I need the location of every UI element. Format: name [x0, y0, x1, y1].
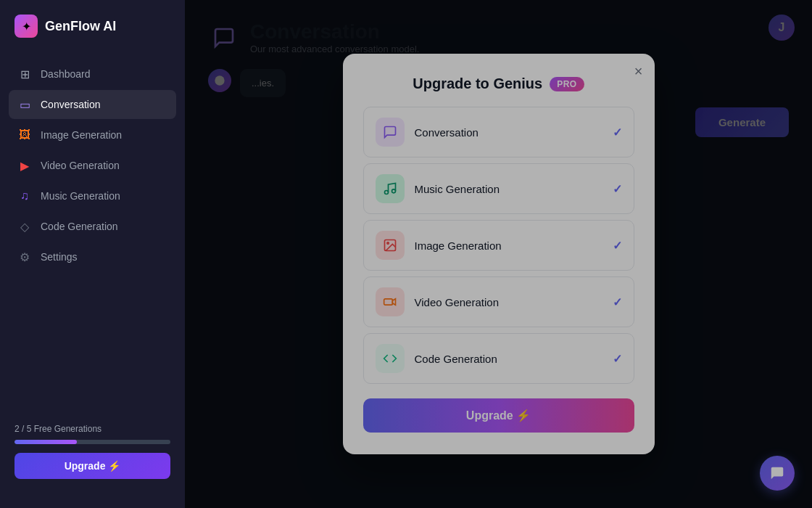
svg-point-1	[384, 191, 388, 194]
feature-check-video: ✓	[613, 295, 622, 309]
sidebar-item-label: Music Generation	[41, 190, 120, 202]
feature-icon-code	[376, 344, 405, 373]
sidebar-item-music-generation[interactable]: ♫ Music Generation	[9, 181, 176, 210]
feature-icon-conversation	[376, 118, 405, 147]
svg-point-4	[386, 242, 389, 245]
free-gen-label: 2 / 5 Free Generations	[14, 424, 170, 434]
feature-item-music-generation: Music Generation ✓	[363, 163, 634, 214]
sidebar-item-conversation[interactable]: ▭ Conversation	[9, 90, 176, 119]
image-gen-icon: 🖼	[17, 128, 32, 142]
sidebar-item-label: Dashboard	[41, 68, 91, 80]
feature-icon-image	[376, 231, 405, 260]
pro-badge: PRO	[550, 77, 584, 91]
sidebar-item-label: Code Generation	[41, 221, 118, 232]
feature-name-code-generation: Code Generation	[415, 353, 602, 365]
dashboard-icon: ⊞	[17, 67, 32, 81]
feature-check-image: ✓	[613, 239, 622, 253]
feature-name-image-generation: Image Generation	[415, 239, 602, 252]
feature-name-conversation: Conversation	[415, 126, 602, 139]
modal-title-text: Upgrade to Genius	[413, 75, 542, 92]
sidebar-item-dashboard[interactable]: ⊞ Dashboard	[9, 60, 176, 89]
feature-check-music: ✓	[613, 182, 622, 196]
feature-item-video-generation: Video Generation ✓	[363, 276, 634, 327]
modal-title: Upgrade to Genius PRO	[363, 75, 634, 92]
music-gen-icon: ♫	[17, 189, 32, 203]
feature-icon-video	[376, 287, 405, 316]
settings-icon: ⚙	[17, 250, 32, 264]
sidebar-nav: ⊞ Dashboard ▭ Conversation 🖼 Image Gener…	[0, 60, 185, 415]
code-gen-icon: ◇	[17, 219, 32, 234]
sidebar-upgrade-button[interactable]: Upgrade ⚡	[14, 453, 170, 479]
video-gen-icon: ▶	[17, 158, 32, 173]
feature-item-code-generation: Code Generation ✓	[363, 333, 634, 384]
feature-item-conversation: Conversation ✓	[363, 107, 634, 157]
chat-bubble-button[interactable]	[760, 456, 795, 491]
feature-name-music-generation: Music Generation	[415, 183, 602, 195]
feature-name-video-generation: Video Generation	[415, 296, 602, 308]
sidebar-item-video-generation[interactable]: ▶ Video Generation	[9, 151, 176, 180]
sidebar-item-label: Conversation	[41, 99, 101, 110]
app-name: GenFlow AI	[45, 19, 116, 34]
sidebar: ✦ GenFlow AI ⊞ Dashboard ▭ Conversation …	[0, 0, 185, 508]
sidebar-item-label: Settings	[41, 251, 78, 263]
sidebar-item-label: Image Generation	[41, 129, 122, 141]
modal-overlay: × Upgrade to Genius PRO Conversation ✓	[185, 0, 812, 508]
logo-icon: ✦	[14, 15, 38, 38]
feature-check-code: ✓	[613, 352, 622, 366]
modal-upgrade-button[interactable]: Upgrade ⚡	[363, 398, 634, 433]
upgrade-modal: × Upgrade to Genius PRO Conversation ✓	[343, 54, 655, 454]
feature-list: Conversation ✓ Music Generation ✓	[363, 107, 634, 384]
sidebar-item-code-generation[interactable]: ◇ Code Generation	[9, 212, 176, 241]
progress-bar-fill	[14, 440, 77, 444]
sidebar-item-label: Video Generation	[41, 160, 120, 171]
svg-rect-5	[384, 299, 392, 305]
sidebar-item-image-generation[interactable]: 🖼 Image Generation	[9, 120, 176, 149]
conversation-icon: ▭	[17, 97, 32, 112]
sidebar-bottom: 2 / 5 Free Generations Upgrade ⚡	[0, 415, 185, 493]
feature-item-image-generation: Image Generation ✓	[363, 220, 634, 271]
main-content: J Conversation Our most advanced convers…	[185, 0, 812, 508]
feature-check-conversation: ✓	[613, 126, 622, 139]
progress-bar-background	[14, 440, 170, 444]
modal-close-button[interactable]: ×	[634, 64, 643, 78]
feature-icon-music	[376, 174, 405, 203]
logo-area: ✦ GenFlow AI	[0, 15, 185, 60]
svg-point-2	[392, 189, 395, 193]
sidebar-item-settings[interactable]: ⚙ Settings	[9, 242, 176, 271]
